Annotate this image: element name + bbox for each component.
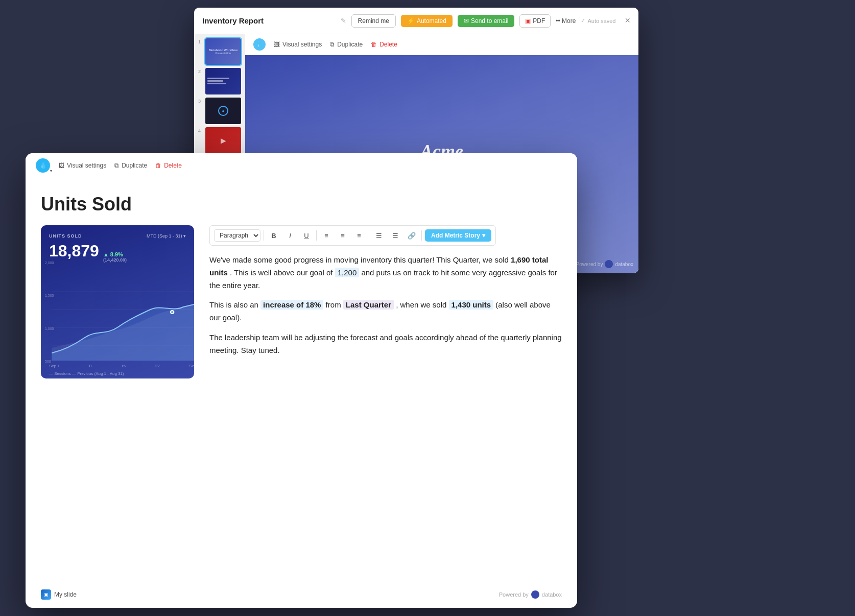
chart-x-labels: Sep 1 8 15 22 Sep 31 — [49, 364, 194, 368]
chart-area — [41, 281, 194, 363]
chart-change-pct: ▲ 8.9% — [103, 251, 127, 257]
chart-header: UNITS SOLD MTD (Sep 1 - 31) ▾ — [49, 233, 186, 239]
slide-title: Units Sold — [41, 194, 562, 215]
chart-container: UNITS SOLD MTD (Sep 1 - 31) ▾ 18,879 ▲ 8… — [41, 225, 194, 378]
slide-thumb-1[interactable]: 1 Metabolic Workflow Presentation — [198, 38, 241, 65]
thumb-content-2 — [205, 68, 241, 94]
article-paragraph-1: We've made some good progress in moving … — [209, 254, 562, 292]
text-editor: Paragraph B I U ≡ ≡ ≡ ☰ ☰ 🔗 — [194, 225, 562, 364]
list-ul-button[interactable]: ☰ — [372, 229, 386, 242]
databox-icon-footer — [531, 590, 539, 599]
add-metric-story-button[interactable]: Add Metric Story ▾ — [425, 229, 491, 242]
remind-button[interactable]: Remind me — [351, 14, 396, 28]
goal-highlight: 1,200 — [335, 268, 360, 277]
link-button[interactable]: 🔗 — [405, 229, 418, 242]
slide-preview-3: ● — [205, 98, 241, 124]
powered-by-back: Powered by databox — [576, 260, 633, 268]
chart-label: UNITS SOLD — [49, 233, 82, 239]
more-button[interactable]: •• More — [556, 17, 576, 25]
divider-3 — [369, 230, 369, 241]
chart-legend: — Sessions — Previous (Aug 1 - Aug 31) — [49, 371, 124, 376]
align-right-button[interactable]: ≡ — [352, 229, 366, 242]
divider-2 — [316, 230, 317, 241]
duplicate-icon: ⧉ — [114, 162, 119, 169]
automated-button[interactable]: ⚡ Automated — [401, 15, 453, 27]
italic-button[interactable]: I — [283, 229, 297, 242]
article-paragraph-3: The leadership team will be adjusting th… — [209, 331, 562, 357]
slide-thumb-4[interactable]: 4 ▶ — [198, 127, 241, 154]
pdf-button[interactable]: ▣ PDF — [519, 14, 551, 28]
editor-main: Units Sold UNITS SOLD MTD (Sep 1 - 31) ▾… — [41, 194, 562, 591]
auto-saved-label: ✓ Auto saved — [581, 17, 615, 24]
units-bold: 1,430 units — [449, 300, 494, 310]
trash-icon: 🗑 — [371, 41, 377, 48]
visual-settings-icon: 🖼 — [58, 162, 64, 169]
editor-toolbar: 💧 ▾ 🖼 Visual settings ⧉ Duplicate 🗑 Dele… — [26, 153, 577, 178]
slide-thumb-2[interactable]: 2 — [198, 68, 241, 94]
editor-content: Units Sold UNITS SOLD MTD (Sep 1 - 31) ▾… — [26, 178, 577, 606]
article-text: We've made some good progress in moving … — [209, 254, 562, 357]
back-visual-settings-button[interactable]: 🖼 Visual settings — [274, 41, 322, 48]
underline-button[interactable]: U — [300, 229, 313, 242]
formatting-toolbar: Paragraph B I U ≡ ≡ ≡ ☰ ☰ 🔗 — [209, 225, 496, 246]
check-icon: ✓ — [581, 17, 585, 24]
pdf-icon: ▣ — [525, 17, 531, 25]
increase-highlight: increase of 18% — [260, 300, 323, 310]
slide-icon: ▣ — [41, 589, 51, 600]
slide-preview-4: ▶ — [205, 127, 241, 154]
slide-thumb-3[interactable]: 3 ● — [198, 98, 241, 124]
drop-button[interactable]: 💧 ▾ — [36, 158, 50, 173]
my-slide-label: My slide — [54, 591, 77, 598]
slide-num-4: 4 — [198, 127, 203, 133]
my-slide-badge: ▣ My slide — [41, 589, 77, 600]
list-ol-button[interactable]: ☰ — [389, 229, 402, 242]
visual-settings-button[interactable]: 🖼 Visual settings — [58, 162, 106, 169]
powered-by-footer: Powered by databox — [499, 590, 562, 599]
paragraph-select[interactable]: Paragraph — [214, 229, 260, 242]
back-drop-icon[interactable]: 💧 — [253, 38, 266, 51]
last-quarter-highlight: Last Quarter — [343, 300, 394, 310]
chart-date-range: MTD (Sep 1 - 31) ▾ — [147, 233, 186, 239]
front-editor-window: 💧 ▾ 🖼 Visual settings ⧉ Duplicate 🗑 Dele… — [26, 153, 577, 608]
back-slide-toolbar: 💧 🖼 Visual settings ⧉ Duplicate 🗑 Delete — [245, 34, 638, 55]
align-center-button[interactable]: ≡ — [336, 229, 349, 242]
chart-change: ▲ 8.9% (14,420.00) — [103, 251, 127, 263]
back-delete-button[interactable]: 🗑 Delete — [371, 41, 397, 48]
svg-point-5 — [171, 311, 173, 313]
send-icon: ✉ — [464, 17, 469, 25]
chart-value-row: 18,879 ▲ 8.9% (14,420.00) — [49, 242, 186, 263]
back-duplicate-button[interactable]: ⧉ Duplicate — [330, 41, 363, 48]
chart-main-value: 18,879 — [49, 242, 99, 260]
drop-chevron-icon: ▾ — [50, 169, 52, 173]
divider-4 — [421, 230, 422, 241]
databox-icon-back — [605, 260, 613, 268]
align-left-button[interactable]: ≡ — [320, 229, 333, 242]
back-title-bar: Inventory Report ✎ Remind me ⚡ Automated… — [194, 8, 638, 34]
slide-num-2: 2 — [198, 68, 203, 74]
close-button[interactable]: × — [625, 15, 630, 26]
edit-icon[interactable]: ✎ — [341, 17, 346, 25]
slide-preview-1: Metabolic Workflow Presentation — [205, 38, 241, 65]
duplicate-icon: ⧉ — [330, 41, 335, 48]
slide-preview-2 — [205, 68, 241, 94]
bold-button[interactable]: B — [267, 229, 280, 242]
duplicate-button[interactable]: ⧉ Duplicate — [114, 162, 147, 169]
send-email-button[interactable]: ✉ Send to email — [458, 15, 514, 27]
slide-num-1: 1 — [198, 38, 203, 44]
content-row: UNITS SOLD MTD (Sep 1 - 31) ▾ 18,879 ▲ 8… — [41, 225, 562, 378]
delete-button[interactable]: 🗑 Delete — [155, 162, 182, 169]
divider-1 — [264, 230, 264, 241]
slide-num-3: 3 — [198, 98, 203, 104]
lightning-icon: ⚡ — [407, 17, 415, 25]
trash-icon: 🗑 — [155, 162, 161, 169]
back-report-title: Inventory Report — [202, 16, 334, 25]
editor-footer: ▣ My slide Powered by databox — [41, 589, 562, 600]
visual-settings-icon: 🖼 — [274, 41, 280, 48]
article-paragraph-2: This is also an increase of 18% from Las… — [209, 299, 562, 324]
thumb-content-1: Metabolic Workflow Presentation — [205, 38, 241, 65]
chart-prev-value: (14,420.00) — [103, 257, 127, 263]
